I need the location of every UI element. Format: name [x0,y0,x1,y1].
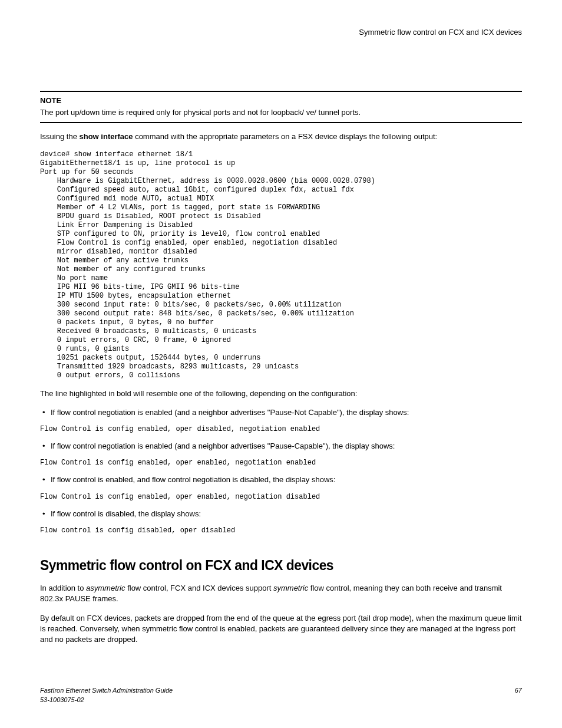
cli-output-block: device# show interface ethernet 18/1 Gig… [40,150,522,380]
show-interface-command: show interface [80,132,133,141]
p1-b: flow control, FCX and ICX devices suppor… [125,584,273,592]
case-list: If flow control is disabled, the display… [40,509,522,519]
section-paragraph-1: In addition to asymmetric flow control, … [40,583,522,604]
case-output: Flow Control is config enabled, oper ena… [40,493,522,502]
case-desc: If flow control is enabled, and flow con… [51,475,335,484]
case-desc: If flow control negotiation is enabled (… [51,408,409,417]
note-rule-top [40,91,522,92]
footer-doc-number: 53-1003075-02 [40,696,522,704]
list-item: If flow control negotiation is enabled (… [40,441,522,452]
note-text: The port up/down time is required only f… [40,107,522,118]
case-list: If flow control negotiation is enabled (… [40,407,522,418]
running-header: Symmetric flow control on FCX and ICX de… [40,27,522,38]
case-list: If flow control is enabled, and flow con… [40,475,522,485]
page-footer: 67 FastIron Ethernet Switch Administrati… [40,686,522,704]
section-heading: Symmetric flow control on FCX and ICX de… [40,555,498,575]
intro-pre: Issuing the [40,132,80,141]
case-output: Flow Control is config enabled, oper ena… [40,459,522,467]
list-item: If flow control negotiation is enabled (… [40,407,522,418]
footer-book-title: FastIron Ethernet Switch Administration … [40,686,522,695]
note-label: NOTE [40,95,522,106]
case-desc: If flow control is disabled, the display… [51,509,201,518]
list-item: If flow control is disabled, the display… [40,509,522,519]
after-code-paragraph: The line highlighted in bold will resemb… [40,388,522,399]
case-output: Flow Control is config enabled, oper dis… [40,425,522,434]
page-number: 67 [515,686,522,695]
note-block: NOTE The port up/down time is required o… [40,91,522,123]
case-list: If flow control negotiation is enabled (… [40,441,522,452]
p1-symmetric: symmetric [273,584,308,592]
section-paragraph-2: By default on FCX devices, packets are d… [40,613,522,645]
case-desc: If flow control negotiation is enabled (… [51,442,395,450]
list-item: If flow control is enabled, and flow con… [40,475,522,485]
case-output: Flow control is config disabled, oper di… [40,526,522,535]
note-rule-bottom [40,122,522,123]
intro-paragraph: Issuing the show interface command with … [40,131,522,142]
p1-asymmetric: asymmetric [86,584,125,592]
p1-a: In addition to [40,584,86,592]
intro-post: command with the appropriate parameters … [133,132,438,141]
